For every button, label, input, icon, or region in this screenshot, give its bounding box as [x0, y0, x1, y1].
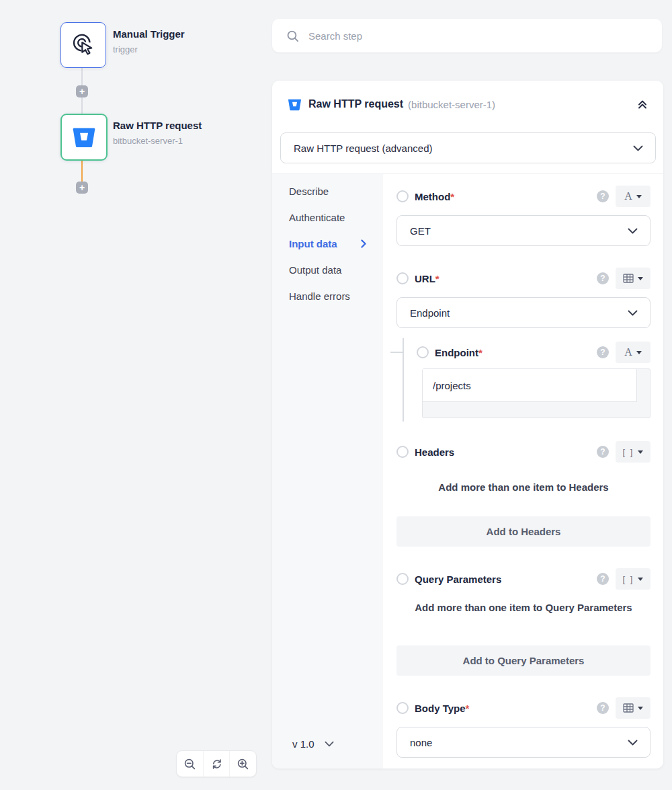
help-icon[interactable]: ?: [597, 272, 609, 284]
node-raw-http-request[interactable]: [60, 114, 108, 161]
method-radio[interactable]: [396, 190, 409, 202]
caret-down-icon: [638, 277, 643, 280]
endpoint-input[interactable]: [423, 369, 636, 401]
tree-indent-line: [403, 338, 404, 422]
operation-select[interactable]: Raw HTTP request (advanced): [280, 132, 656, 163]
required-mark: *: [450, 191, 454, 202]
zoom-out-button[interactable]: [177, 751, 203, 777]
bitbucket-icon: [288, 97, 302, 112]
double-chevron-up-icon: [636, 98, 648, 110]
node-title: Manual Trigger: [113, 28, 185, 40]
method-select[interactable]: GET: [396, 215, 650, 246]
required-mark: *: [478, 347, 482, 358]
zoom-out-icon: [183, 758, 196, 771]
tab-handle-errors[interactable]: Handle errors: [289, 283, 373, 309]
query-parameters-radio[interactable]: [396, 573, 409, 585]
body-type-radio[interactable]: [396, 702, 409, 714]
plus-icon: +: [79, 87, 85, 96]
version-selector[interactable]: v 1.0: [292, 738, 334, 750]
list-type-icon: [ ]: [623, 574, 634, 584]
caret-down-icon: [638, 578, 643, 581]
bitbucket-icon: [72, 125, 96, 149]
operation-select-value: Raw HTTP request (advanced): [294, 143, 432, 154]
version-label: v 1.0: [292, 738, 314, 750]
manual-trigger-icon: [71, 32, 96, 58]
url-value: Endpoint: [410, 307, 450, 319]
help-icon[interactable]: ?: [597, 573, 609, 585]
field-url: URL* ?: [396, 268, 650, 289]
table-type-icon: [623, 274, 634, 283]
chevron-down-icon: [325, 741, 334, 747]
help-icon[interactable]: ?: [597, 346, 609, 358]
endpoint-editor: [422, 368, 650, 418]
node-subtitle: trigger: [113, 44, 138, 54]
caret-down-icon: [638, 707, 643, 710]
help-icon[interactable]: ?: [597, 190, 609, 202]
panel-title: Raw HTTP request: [308, 98, 403, 110]
tab-describe[interactable]: Describe: [289, 178, 373, 204]
endpoint-radio[interactable]: [417, 346, 429, 358]
chevron-right-icon: [361, 239, 366, 248]
url-radio[interactable]: [396, 272, 409, 284]
field-headers: Headers ? [ ]: [396, 441, 650, 463]
canvas-zoom-toolbar: [176, 750, 257, 777]
headers-radio[interactable]: [396, 446, 409, 458]
panel-subtitle: (bitbucket-server-1): [408, 99, 495, 110]
chevron-down-icon: [628, 310, 638, 316]
method-value: GET: [410, 225, 431, 237]
body-type-select[interactable]: none: [396, 727, 650, 758]
search-icon: [286, 30, 299, 42]
endpoint-input-wrap: [423, 369, 637, 402]
table-type-icon: [623, 703, 634, 713]
search-step-input[interactable]: [307, 30, 662, 42]
headers-label: Headers: [415, 446, 454, 458]
tree-indent-line: [390, 352, 403, 353]
tab-output-data[interactable]: Output data: [289, 257, 373, 283]
method-label: Method*: [415, 191, 454, 202]
help-icon[interactable]: ?: [597, 702, 609, 714]
zoom-in-button[interactable]: [229, 751, 256, 777]
zoom-in-icon: [237, 758, 249, 771]
help-icon[interactable]: ?: [597, 446, 609, 458]
body-type-label: Body Type*: [415, 703, 469, 714]
node-subtitle: bitbucket-server-1: [113, 136, 183, 146]
body-type-value: none: [410, 737, 432, 748]
add-step-button[interactable]: +: [76, 182, 88, 194]
add-to-query-parameters-button[interactable]: Add to Query Parameters: [396, 645, 650, 676]
step-config-panel: Raw HTTP request (bitbucket-server-1) Ra…: [272, 81, 663, 768]
tab-authenticate[interactable]: Authenticate: [289, 204, 373, 231]
headers-type-chip[interactable]: [ ]: [616, 441, 650, 463]
caret-down-icon: [636, 195, 642, 198]
node-manual-trigger[interactable]: [60, 22, 106, 68]
required-mark: *: [466, 703, 470, 714]
plus-icon: +: [79, 183, 85, 192]
query-parameters-type-chip[interactable]: [ ]: [616, 568, 650, 590]
text-type-icon: A: [624, 190, 632, 202]
workflow-builder: Manual Trigger trigger + Raw HTTP reques…: [0, 0, 672, 790]
query-parameters-helper-text: Add more than one item to Query Paramete…: [396, 599, 650, 616]
collapse-panel-button[interactable]: [636, 98, 648, 110]
text-type-icon: A: [624, 346, 632, 358]
url-label: URL*: [415, 273, 439, 284]
query-parameters-label: Query Parameters: [415, 574, 501, 585]
url-type-chip[interactable]: [616, 268, 650, 289]
panel-header: Raw HTTP request (bitbucket-server-1): [288, 96, 648, 112]
tab-input-data[interactable]: Input data: [289, 231, 373, 257]
search-step-bar: [272, 19, 662, 52]
refresh-icon: [210, 758, 223, 771]
add-to-headers-button[interactable]: Add to Headers: [396, 516, 650, 547]
url-select[interactable]: Endpoint: [396, 297, 650, 328]
method-type-chip[interactable]: A: [616, 186, 650, 207]
add-step-button[interactable]: +: [76, 85, 88, 97]
field-endpoint: Endpoint* ? A: [417, 342, 650, 363]
field-method: Method* ? A: [396, 186, 650, 207]
field-body-type: Body Type* ?: [396, 697, 650, 719]
reset-zoom-button[interactable]: [203, 751, 230, 777]
chevron-down-icon: [633, 145, 643, 151]
chevron-down-icon: [628, 740, 638, 746]
field-query-parameters: Query Parameters ? [ ]: [396, 568, 650, 590]
node-title: Raw HTTP request: [113, 120, 202, 131]
body-type-type-chip[interactable]: [616, 697, 650, 719]
list-type-icon: [ ]: [623, 447, 634, 457]
endpoint-type-chip[interactable]: A: [616, 342, 650, 363]
